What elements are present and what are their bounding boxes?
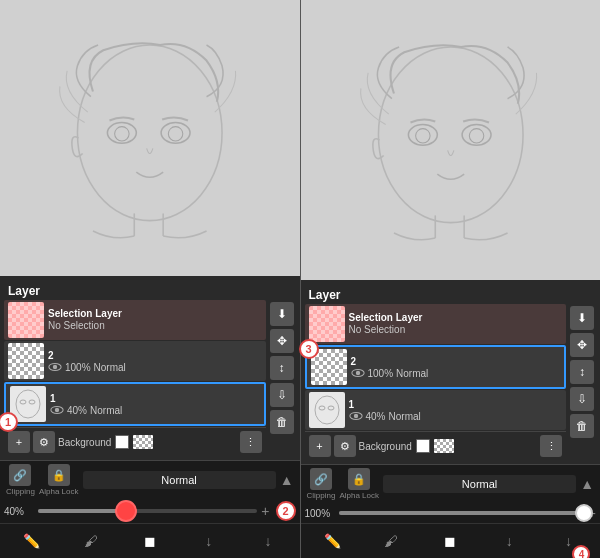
selection-layer-right[interactable]: Selection Layer No Selection xyxy=(305,304,567,344)
selection-layer-name-left: Selection Layer xyxy=(48,308,262,320)
chevron-up-left[interactable]: ▲ xyxy=(280,472,294,488)
opacity-plus-left[interactable]: + xyxy=(261,503,269,519)
layer2-thumb-left xyxy=(8,343,44,379)
svg-point-6 xyxy=(53,365,57,369)
layer-toolbar-left: ⬇ ✥ ↕ ⇩ 🗑 xyxy=(268,300,296,456)
svg-point-4 xyxy=(168,127,182,141)
opacity-thumb-right[interactable] xyxy=(575,504,593,522)
opacity-slider-left[interactable] xyxy=(38,509,257,513)
bottom-icons-right: ✏️ 🖌 ◼ ↓ ↓ 4 xyxy=(301,523,601,558)
layer2-left[interactable]: 2 100% Normal xyxy=(4,341,266,381)
layer2-blend-right: 100% Normal xyxy=(351,368,561,379)
layer1-name-left: 1 xyxy=(50,393,260,405)
layer1-name-right: 1 xyxy=(349,399,563,411)
move-btn-right[interactable]: ✥ xyxy=(570,333,594,357)
layer2-eye-right xyxy=(351,368,365,378)
alpha-lock-icon-left[interactable]: 🔒 xyxy=(48,464,70,486)
smudge-icon-left[interactable]: 🖌 xyxy=(77,527,105,555)
svg-point-7 xyxy=(16,390,40,418)
flip-btn-left[interactable]: ↕ xyxy=(270,356,294,380)
add-layer-btn-right[interactable]: + xyxy=(309,435,331,457)
transform-icon-left[interactable]: ↓ xyxy=(254,527,282,555)
svg-point-8 xyxy=(20,400,26,404)
svg-point-16 xyxy=(469,129,483,143)
eraser-icon-left[interactable]: ◼ xyxy=(136,527,164,555)
clipping-section-right: 🔗 Clipping xyxy=(307,468,336,500)
settings-btn-left[interactable]: ⚙ xyxy=(33,431,55,453)
canvas-area-right xyxy=(301,0,601,280)
opacity-value-right: 100% xyxy=(305,508,335,519)
more-btn-left[interactable]: ⋮ xyxy=(240,431,262,453)
clipping-label-right: Clipping xyxy=(307,491,336,500)
svg-point-9 xyxy=(29,400,35,404)
more-btn-right[interactable]: ⋮ xyxy=(540,435,562,457)
layer1-blend-left: 40% Normal xyxy=(50,405,260,416)
copy-down-btn-left[interactable]: ⇩ xyxy=(270,383,294,407)
layer-actions-right: + ⚙ Background ⋮ xyxy=(305,431,567,460)
layer-actions-left: + ⚙ Background ⋮ xyxy=(4,427,266,456)
opacity-fill-left xyxy=(38,509,126,513)
alpha-lock-icon-right[interactable]: 🔒 xyxy=(348,468,370,490)
layer2-info-right: 2 100% Normal xyxy=(351,356,561,379)
eraser-icon-right[interactable]: ◼ xyxy=(436,527,464,555)
layer-header-left: Layer xyxy=(4,280,296,300)
move-btn-left[interactable]: ✥ xyxy=(270,329,294,353)
move-icon-left[interactable]: ↓ xyxy=(195,527,223,555)
selection-layer-subname-right: No Selection xyxy=(349,324,563,336)
layer2-mode-right: Normal xyxy=(396,368,428,379)
bg-white-right xyxy=(416,439,430,453)
move-icon-right[interactable]: ↓ xyxy=(495,527,523,555)
clipping-icon-left[interactable]: 🔗 xyxy=(9,464,31,486)
alpha-lock-section-left: 🔒 Alpha Lock xyxy=(39,464,79,496)
smudge-icon-right[interactable]: 🖌 xyxy=(377,527,405,555)
layer1-right[interactable]: 1 40% Normal xyxy=(305,390,567,430)
layer-list-left: Selection Layer No Selection 2 xyxy=(4,300,266,456)
layer-list-right: Selection Layer No Selection 2 xyxy=(305,304,567,460)
svg-point-11 xyxy=(55,408,59,412)
opacity-slider-right[interactable] xyxy=(339,511,584,515)
background-row-right: Background xyxy=(359,439,538,453)
layer1-thumb-right xyxy=(309,392,345,428)
selection-layer-left[interactable]: Selection Layer No Selection xyxy=(4,300,266,340)
layer-panel-body-right: Selection Layer No Selection 2 xyxy=(305,304,597,460)
layer2-mode-left: Normal xyxy=(94,362,126,373)
alpha-lock-section-right: 🔒 Alpha Lock xyxy=(339,468,379,500)
merge-btn-right[interactable]: ⬇ xyxy=(570,306,594,330)
flip-btn-right[interactable]: ↕ xyxy=(570,360,594,384)
layer2-info-left: 2 100% Normal xyxy=(48,350,262,373)
blend-mode-display-right[interactable]: Normal xyxy=(383,475,576,493)
canvas-area-left xyxy=(0,0,300,276)
add-layer-btn-left[interactable]: + xyxy=(8,431,30,453)
layer1-opacity-left: 40% xyxy=(67,405,87,416)
merge-btn-left[interactable]: ⬇ xyxy=(270,302,294,326)
layer-header-right: Layer xyxy=(305,284,597,304)
layer2-opacity-left: 100% xyxy=(65,362,91,373)
delete-btn-left[interactable]: 🗑 xyxy=(270,410,294,434)
transform-icon-right[interactable]: ↓ 4 xyxy=(554,527,582,555)
svg-point-12 xyxy=(378,47,523,223)
opacity-fill-right xyxy=(339,511,584,515)
pencil-icon-left[interactable]: ✏️ xyxy=(18,527,46,555)
layer2-blend-left: 100% Normal xyxy=(48,362,262,373)
opacity-thumb-left[interactable] xyxy=(115,500,137,522)
layer2-name-right: 2 xyxy=(351,356,561,368)
layer2-right[interactable]: 2 100% Normal 3 xyxy=(305,345,567,389)
background-row-left: Background xyxy=(58,435,237,449)
chevron-up-right[interactable]: ▲ xyxy=(580,476,594,492)
opacity-value-left: 40% xyxy=(4,506,34,517)
svg-point-1 xyxy=(107,123,136,144)
clipping-icon-right[interactable]: 🔗 xyxy=(310,468,332,490)
bg-checker-right xyxy=(434,439,454,453)
pencil-icon-right[interactable]: ✏️ xyxy=(318,527,346,555)
settings-btn-right[interactable]: ⚙ xyxy=(334,435,356,457)
layer2-opacity-right: 100% xyxy=(368,368,394,379)
blend-mode-display-left[interactable]: Normal xyxy=(83,471,276,489)
bottom-bar-left: 🔗 Clipping 🔒 Alpha Lock Normal ▲ xyxy=(0,460,300,499)
selection-thumb-left xyxy=(8,302,44,338)
layer-panel-right: Layer Selection Layer No Selection 2 xyxy=(301,280,601,464)
layer1-left[interactable]: 1 40% Normal 1 xyxy=(4,382,266,426)
copy-down-btn-right[interactable]: ⇩ xyxy=(570,387,594,411)
delete-btn-right[interactable]: 🗑 xyxy=(570,414,594,438)
layer1-info-left: 1 40% Normal xyxy=(50,393,260,416)
layer1-blend-right: 40% Normal xyxy=(349,411,563,422)
